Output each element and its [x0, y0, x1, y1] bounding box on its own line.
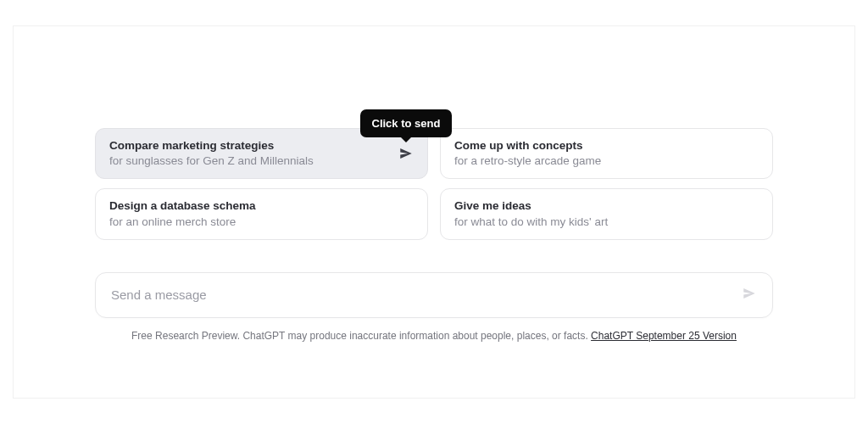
- suggestion-title: Compare marketing strategies: [109, 138, 390, 153]
- suggestion-card-3[interactable]: Give me ideas for what to do with my kid…: [440, 188, 773, 239]
- chat-input-container[interactable]: [95, 272, 773, 318]
- main-content: Compare marketing strategies for sunglas…: [95, 26, 773, 342]
- message-input[interactable]: [111, 287, 738, 302]
- suggestion-subtitle: for what to do with my kids' art: [454, 215, 759, 230]
- send-button[interactable]: [738, 282, 760, 307]
- suggestion-card-1[interactable]: Come up with concepts for a retro-style …: [440, 128, 773, 179]
- suggestion-text: Compare marketing strategies for sunglas…: [109, 138, 390, 169]
- app-frame: Compare marketing strategies for sunglas…: [13, 25, 855, 399]
- suggestion-text: Design a database schema for an online m…: [109, 198, 414, 229]
- version-link[interactable]: ChatGPT September 25 Version: [591, 330, 737, 342]
- suggestion-subtitle: for a retro-style arcade game: [454, 153, 759, 169]
- suggestion-card-2[interactable]: Design a database schema for an online m…: [95, 188, 428, 239]
- suggestion-grid: Compare marketing strategies for sunglas…: [95, 128, 773, 240]
- send-arrow-icon[interactable]: [398, 146, 414, 161]
- suggestion-title: Design a database schema: [109, 198, 414, 214]
- suggestion-card-0[interactable]: Compare marketing strategies for sunglas…: [95, 128, 428, 179]
- suggestion-subtitle: for an online merch store: [109, 215, 414, 230]
- suggestion-title: Come up with concepts: [454, 138, 759, 153]
- suggestion-text: Give me ideas for what to do with my kid…: [454, 198, 759, 229]
- footer-note: Free Research Preview. ChatGPT may produ…: [95, 330, 773, 342]
- send-arrow-icon: [742, 286, 757, 304]
- suggestion-subtitle: for sunglasses for Gen Z and Millennials: [109, 153, 390, 169]
- suggestion-text: Come up with concepts for a retro-style …: [454, 138, 759, 169]
- suggestion-title: Give me ideas: [454, 198, 759, 214]
- footer-text: Free Research Preview. ChatGPT may produ…: [131, 330, 591, 342]
